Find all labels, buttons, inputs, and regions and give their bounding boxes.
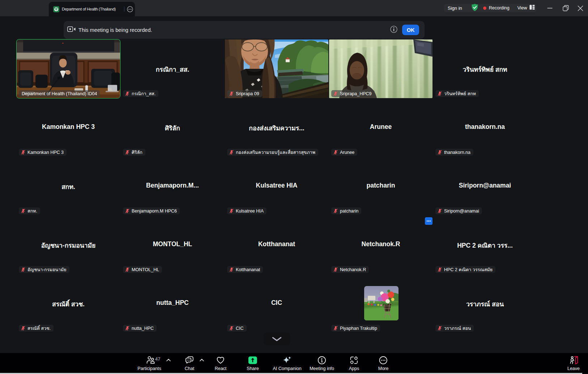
tile-benjamaporn[interactable]: Benjamaporn.M... Benjamaporn.M HPC6	[121, 157, 224, 215]
tile-sriprapa-09[interactable]: Sriprapa 09	[225, 39, 328, 98]
tile-netchanok[interactable]: Netchanok.R Netchanok.R	[329, 215, 433, 274]
participant-label: thanakorn.na	[435, 149, 473, 156]
recording-dot-icon	[483, 7, 486, 10]
ai-companion-button[interactable]: AI Companion	[273, 356, 301, 371]
window-close-button[interactable]	[573, 0, 588, 16]
participant-label: Kotthananat	[227, 266, 263, 273]
participants-menu-chevron[interactable]	[166, 359, 171, 361]
recording-ok-button[interactable]: OK	[402, 25, 419, 35]
meeting-logo-icon	[53, 6, 59, 12]
heart-icon	[216, 356, 225, 365]
tile-piyaphan[interactable]: Piyaphan Trakultip	[329, 274, 433, 333]
window-maximize-button[interactable]	[558, 0, 574, 16]
participant-name: thanakorn.na	[433, 123, 537, 131]
tile-patcharin[interactable]: patcharin patcharin	[329, 157, 433, 215]
mic-muted-icon	[333, 150, 338, 155]
tile-warinthip[interactable]: วรินทร์ทิพย์ สกท วรินทร์ทิพย์ สกท	[433, 39, 537, 98]
participant-label-text: thanakorn.na	[444, 150, 470, 155]
participant-label-text: กรณิกา_สส.	[132, 90, 155, 97]
participant-label-text: Netchanok.R	[340, 267, 366, 272]
tile-sirilak[interactable]: ศิริลัก ศิริลัก	[121, 98, 224, 157]
apps-button[interactable]: Apps	[349, 356, 359, 371]
mic-muted-icon	[438, 267, 442, 272]
recording-indicator[interactable]: Recording	[489, 5, 510, 10]
video-outdoor-river	[225, 39, 328, 98]
tile-department-of-health[interactable]: Department of Health (Thailand) ID04	[17, 39, 120, 98]
profile-photo-flowers	[364, 286, 399, 320]
tile-kong-songserm[interactable]: กองส่งเสริมความร... กองส่งเสริมความรอบรู…	[225, 98, 328, 157]
tile-kotthananat[interactable]: Kotthananat Kotthananat	[225, 215, 328, 274]
participant-label: กองส่งเสริมความรอบรู้และสื่อสารสุขภาพ	[227, 149, 318, 156]
tile-anchana[interactable]: อัญชนา-กรมอนามัย อัญชนา-กรมอนามัย	[17, 215, 120, 274]
tile-more-options-button[interactable]	[425, 217, 433, 225]
react-label: React	[215, 366, 227, 371]
collapse-grid-button[interactable]	[264, 333, 290, 345]
participant-label: วรินทร์ทิพย์ สกท	[435, 90, 479, 97]
participant-label-text: อัญชนา-กรมอนามัย	[27, 266, 67, 273]
tile-kamonkan[interactable]: Kamonkan HPC 3 Kamonkan HPC 3	[17, 98, 120, 157]
participant-label-text: patcharin	[340, 209, 358, 214]
tile-kulsatree[interactable]: Kulsatree HIA Kulsatree HIA	[225, 157, 328, 215]
security-shield-icon[interactable]	[471, 3, 479, 13]
participant-label: HPC 2 คณิตา วรรณสมัย	[435, 266, 495, 273]
participant-name: สกท.	[17, 182, 120, 192]
toolbar-icon	[379, 356, 388, 364]
tile-sriprapa-hpc9[interactable]: Sriprapa_HPC9	[329, 39, 433, 98]
meeting-info-button[interactable]: Meeting info	[310, 356, 334, 371]
participants-button[interactable]: 47 Participants	[137, 356, 161, 371]
participant-label: Kamonkan HPC 3	[19, 149, 67, 156]
tile-siriporn[interactable]: Siriporn@anamai Siriporn@anamai	[433, 157, 537, 215]
tile-thanakorn[interactable]: thanakorn.na thanakorn.na	[433, 98, 537, 157]
mic-muted-icon	[333, 209, 338, 213]
tile-sakot[interactable]: สกท. สกท.	[17, 157, 120, 215]
participant-label: Benjamaporn.M HPC6	[123, 207, 180, 214]
mic-muted-icon	[125, 209, 129, 213]
participants-icon	[146, 356, 156, 365]
participant-label-text: Piyaphan Trakultip	[340, 326, 377, 331]
react-button[interactable]: React	[215, 356, 227, 371]
leave-label: Leave	[567, 366, 580, 371]
mic-muted-icon	[438, 150, 442, 155]
participant-label-text: Kamonkan HPC 3	[27, 150, 64, 155]
chat-menu-chevron[interactable]	[200, 359, 204, 361]
participant-label-text: Sriprapa_HPC9	[340, 91, 372, 96]
participant-label: Sriprapa 09	[227, 90, 262, 97]
leave-button[interactable]: Leave	[567, 356, 580, 371]
participant-label: สกท.	[19, 207, 40, 214]
recording-banner: This meeting is being recorded. OK	[64, 21, 425, 39]
tile-arunee[interactable]: Arunee Arunee	[329, 98, 433, 157]
meeting-tab[interactable]: Department of Health (Thailand)	[49, 2, 135, 16]
tile-montol[interactable]: MONTOL_HL MONTOL_HL	[121, 215, 224, 274]
meeting-toolbar: 47 Participants Chat React	[0, 353, 588, 374]
view-layout-icon[interactable]	[529, 5, 535, 11]
recording-camera-icon	[67, 26, 76, 33]
view-button[interactable]: View	[517, 5, 527, 10]
participant-name: patcharin	[329, 182, 433, 189]
tile-kornika[interactable]: กรณิกา_สส. กรณิกา_สส.	[121, 39, 224, 98]
participant-label: สรณัติ์ สวช.	[19, 325, 54, 332]
toolbar-icon: 47	[143, 356, 156, 364]
tab-options-icon[interactable]	[127, 6, 133, 12]
flower-garden-photo	[364, 286, 399, 320]
meeting-tab-title: Department of Health (Thailand)	[62, 7, 116, 11]
tile-cic[interactable]: CIC CIC	[225, 274, 328, 333]
recording-info-icon[interactable]	[390, 26, 397, 34]
participant-name: วรินทร์ทิพย์ สกท	[433, 64, 537, 75]
mic-muted-icon	[333, 267, 338, 272]
tile-hpc2-kanita[interactable]: HPC 2 คณิตา วรร... HPC 2 คณิตา วรรณสมัย	[433, 215, 537, 274]
participant-label-text: กองส่งเสริมความรอบรู้และสื่อสารสุขภาพ	[236, 149, 315, 156]
tile-waraporn[interactable]: วราภรณ์ สอน วราภรณ์ สอน	[433, 274, 537, 333]
window-minimize-button[interactable]	[542, 0, 558, 16]
chevron-down-icon	[272, 337, 282, 341]
mic-muted-icon	[125, 150, 129, 155]
participant-name: Benjamaporn.M...	[121, 182, 224, 189]
more-button[interactable]: More	[378, 356, 388, 371]
share-button[interactable]: Share	[247, 356, 259, 371]
toolbar-icon	[569, 356, 578, 364]
participant-label-text: ศิริลัก	[132, 149, 142, 156]
tile-nutta[interactable]: nutta_HPC nutta_HPC	[121, 274, 224, 333]
sign-in-button[interactable]: Sign in	[444, 5, 466, 11]
participants-label: Participants	[137, 366, 161, 371]
chat-button[interactable]: Chat	[185, 356, 194, 371]
tile-soranat[interactable]: สรณัติ์ สวช. สรณัติ์ สวช.	[17, 274, 120, 333]
